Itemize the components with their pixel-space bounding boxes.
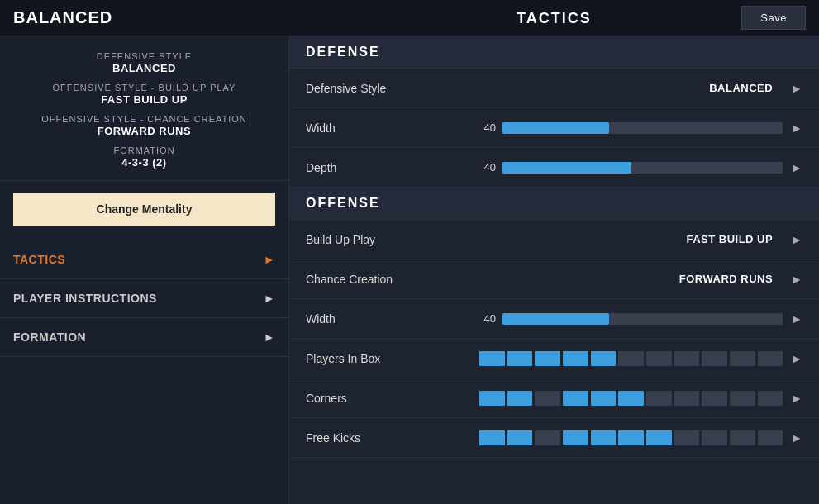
corner-seg-8 [674,391,700,406]
fk-seg-1 [479,430,505,445]
corners-row[interactable]: Corners ► [289,378,819,418]
corner-seg-9 [702,391,727,406]
segment-9 [702,351,727,366]
corner-seg-10 [730,391,755,406]
offense-width-fill [502,313,609,325]
build-up-play-chevron: ► [791,233,802,246]
fk-seg-7 [646,430,672,445]
segment-7 [646,351,672,366]
corner-seg-6 [618,391,644,406]
chance-creation-value: FORWARD RUNS [679,273,773,285]
build-up-play-value: FAST BUILD UP [686,233,773,245]
segment-6 [618,351,644,366]
build-up-play-row[interactable]: Build Up Play FAST BUILD UP ► [289,220,819,259]
nav-arrow-player-instructions: ► [264,292,275,305]
offense-width-number: 40 [471,312,496,325]
defense-width-chevron: ► [791,121,802,135]
free-kicks-label: Free Kicks [306,431,471,445]
nav-arrow-tactics: ► [264,253,275,266]
nav-item-player-instructions[interactable]: Player Instructions ► [0,279,288,318]
defense-section-header: DEFENSE [289,36,819,69]
defense-depth-row[interactable]: Depth 40 ► [289,148,819,188]
segment-5 [591,351,617,366]
fk-seg-9 [702,430,727,445]
corner-seg-5 [591,391,617,406]
fk-seg-6 [618,430,644,445]
segment-4 [563,351,588,366]
top-header: BALANCED Save TACTICS [0,0,819,36]
sidebar-nav: Tactics ► Player Instructions ► Formatio… [0,240,288,357]
free-kicks-chevron: ► [791,431,802,445]
chance-creation-row[interactable]: Chance Creation FORWARD RUNS ► [289,259,819,299]
offense-width-slider[interactable] [502,313,783,325]
players-in-box-chevron: ► [791,352,802,365]
defense-depth-chevron: ► [791,161,802,174]
fk-seg-10 [730,430,755,445]
main-layout: DEFENSIVE STYLE BALANCED OFFENSIVE STYLE… [0,36,819,504]
summary-defensive-style: DEFENSIVE STYLE BALANCED [13,51,275,74]
segment-2 [507,351,533,366]
save-button[interactable]: Save [741,6,806,30]
corner-seg-11 [758,391,783,406]
corner-seg-2 [507,391,533,406]
build-up-play-label: Build Up Play [306,233,471,246]
defense-width-label: Width [306,121,471,135]
corner-seg-7 [646,391,672,406]
nav-arrow-formation: ► [264,330,275,344]
corners-segments [479,391,783,406]
sidebar: DEFENSIVE STYLE BALANCED OFFENSIVE STYLE… [0,36,289,504]
header-title: BALANCED [13,8,112,27]
free-kicks-segments [479,430,783,445]
fk-seg-4 [563,430,588,445]
players-in-box-label: Players In Box [306,352,471,365]
fk-seg-3 [535,430,560,445]
defense-width-number: 40 [471,121,496,134]
offense-width-row[interactable]: Width 40 ► [289,299,819,339]
fk-seg-8 [674,430,700,445]
segment-10 [730,351,755,366]
defense-depth-number: 40 [471,161,496,174]
defense-depth-slider[interactable] [502,162,783,174]
segment-11 [758,351,783,366]
segment-3 [535,351,560,366]
defense-width-fill [502,122,609,134]
offense-width-chevron: ► [791,312,802,326]
tactics-header-label: TACTICS [289,0,819,36]
fk-seg-11 [758,430,783,445]
defensive-style-value: BALANCED [709,82,773,94]
players-in-box-row[interactable]: Players In Box ► [289,339,819,378]
summary-build-up-play: OFFENSIVE STYLE - BUILD UP PLAY FAST BUI… [13,83,275,106]
corners-label: Corners [306,392,471,405]
right-content: DEFENSE Defensive Style BALANCED ► Width… [289,36,819,504]
defensive-style-row[interactable]: Defensive Style BALANCED ► [289,69,819,108]
defensive-style-label: Defensive Style [306,82,471,95]
fk-seg-2 [507,430,533,445]
corner-seg-1 [479,391,505,406]
sidebar-summary: DEFENSIVE STYLE BALANCED OFFENSIVE STYLE… [0,36,288,181]
change-mentality-button[interactable]: Change Mentality [13,193,275,226]
chance-creation-label: Chance Creation [306,273,471,286]
players-in-box-segments [479,351,783,366]
offense-section-header: OFFENSE [289,188,819,220]
defensive-style-chevron: ► [791,82,802,95]
corner-seg-3 [535,391,560,406]
corner-seg-4 [563,391,588,406]
defense-depth-label: Depth [306,161,471,174]
chance-creation-chevron: ► [791,273,802,286]
nav-item-formation[interactable]: Formation ► [0,318,288,357]
summary-chance-creation: OFFENSIVE STYLE - CHANCE CREATION FORWAR… [13,114,275,137]
defense-width-slider[interactable] [502,122,783,134]
offense-width-label: Width [306,312,471,326]
segment-1 [479,351,505,366]
defense-depth-fill [502,162,631,174]
nav-item-tactics[interactable]: Tactics ► [0,240,288,279]
free-kicks-row[interactable]: Free Kicks ► [289,418,819,458]
segment-8 [674,351,700,366]
defense-width-row[interactable]: Width 40 ► [289,108,819,148]
corners-chevron: ► [791,392,802,405]
fk-seg-5 [591,430,617,445]
summary-formation: FORMATION 4-3-3 (2) [13,145,275,169]
